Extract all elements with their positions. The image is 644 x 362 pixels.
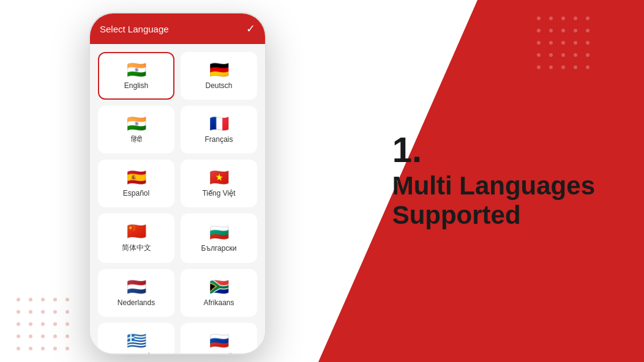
language-name-chinese: 简体中文 <box>122 243 151 253</box>
svg-point-36 <box>17 322 20 326</box>
flag-icon-tiengviet: 🇻🇳 <box>209 169 229 185</box>
svg-point-9 <box>574 29 577 32</box>
svg-point-12 <box>549 41 553 45</box>
svg-point-10 <box>586 29 590 32</box>
svg-point-21 <box>537 65 541 69</box>
language-item-dutch[interactable]: 🇳🇱Nederlands <box>98 269 174 317</box>
svg-point-22 <box>549 65 553 69</box>
svg-point-27 <box>29 298 32 301</box>
svg-point-35 <box>66 310 69 314</box>
svg-point-39 <box>53 322 57 326</box>
svg-point-3 <box>561 17 565 20</box>
svg-point-32 <box>29 310 32 314</box>
svg-point-25 <box>586 65 590 69</box>
svg-point-6 <box>537 29 541 32</box>
svg-point-13 <box>561 41 565 45</box>
flag-icon-dutch: 🇳🇱 <box>127 279 146 295</box>
svg-point-28 <box>41 298 45 301</box>
svg-point-31 <box>17 310 20 314</box>
svg-point-16 <box>537 53 541 57</box>
svg-point-47 <box>29 347 32 350</box>
language-name-dutch: Nederlands <box>118 298 155 307</box>
feature-title-line1: Multi Languages <box>392 171 595 200</box>
flag-icon-hindi: 🇮🇳 <box>127 116 146 131</box>
flag-icon-espanol: 🇪🇸 <box>127 169 146 185</box>
language-name-russian: Русский <box>205 352 233 355</box>
flag-icon-chinese: 🇨🇳 <box>127 223 146 239</box>
svg-point-7 <box>549 29 553 32</box>
language-item-afrikaans[interactable]: 🇿🇦Afrikaans <box>181 269 257 317</box>
flag-icon-russian: 🇷🇺 <box>209 333 229 349</box>
language-name-english: English <box>124 81 148 90</box>
svg-point-17 <box>549 53 553 57</box>
language-item-hindi[interactable]: 🇮🇳हिंदी <box>98 106 174 153</box>
feature-title-line2: Supported <box>392 201 521 229</box>
language-item-chinese[interactable]: 🇨🇳简体中文 <box>98 213 174 263</box>
header-title: Select Language <box>100 24 169 34</box>
svg-point-48 <box>41 347 45 350</box>
language-item-bulgarian[interactable]: 🇧🇬Български <box>181 213 257 263</box>
flag-icon-greek: 🇬🇷 <box>127 333 146 349</box>
language-name-francais: Français <box>204 135 233 144</box>
svg-point-1 <box>537 17 541 20</box>
language-item-deutsch[interactable]: 🇩🇪Deutsch <box>181 52 257 100</box>
phone-mockup: Select Language ✓ 🇮🇳English🇩🇪Deutsch🇮🇳हि… <box>89 12 266 355</box>
phone-screen: Select Language ✓ 🇮🇳English🇩🇪Deutsch🇮🇳हि… <box>89 12 266 355</box>
svg-point-26 <box>17 298 20 301</box>
language-item-russian[interactable]: 🇷🇺Русский <box>181 323 257 355</box>
flag-icon-bulgarian: 🇧🇬 <box>209 224 229 240</box>
svg-point-38 <box>41 322 45 326</box>
svg-point-20 <box>586 53 590 57</box>
flag-icon-deutsch: 🇩🇪 <box>209 62 229 78</box>
svg-point-2 <box>549 17 553 20</box>
language-name-afrikaans: Afrikaans <box>203 298 234 307</box>
svg-point-50 <box>66 347 69 350</box>
svg-point-44 <box>53 334 57 338</box>
language-name-deutsch: Deutsch <box>205 81 232 90</box>
language-name-hindi: हिंदी <box>131 135 142 144</box>
svg-point-5 <box>586 17 590 20</box>
svg-point-19 <box>574 53 577 57</box>
svg-point-49 <box>53 347 57 350</box>
feature-title: Multi Languages Supported <box>392 171 595 231</box>
svg-point-42 <box>29 334 32 338</box>
flag-icon-francais: 🇫🇷 <box>209 116 229 131</box>
language-grid: 🇮🇳English🇩🇪Deutsch🇮🇳हिंदी🇫🇷Français🇪🇸Esp… <box>90 44 265 355</box>
svg-point-34 <box>53 310 57 314</box>
svg-point-43 <box>41 334 45 338</box>
flag-icon-english: 🇮🇳 <box>127 62 146 78</box>
svg-point-41 <box>17 334 20 338</box>
language-item-tiengviet[interactable]: 🇻🇳Tiếng Việt <box>181 160 257 207</box>
language-name-espanol: Español <box>123 189 149 198</box>
feature-content: 1. Multi Languages Supported <box>392 132 595 231</box>
header-checkmark: ✓ <box>246 22 255 35</box>
svg-point-14 <box>574 41 577 45</box>
language-item-espanol[interactable]: 🇪🇸Español <box>98 160 174 207</box>
svg-point-45 <box>66 334 69 338</box>
svg-point-33 <box>41 310 45 314</box>
svg-point-11 <box>537 41 541 45</box>
svg-point-30 <box>66 298 69 301</box>
svg-point-37 <box>29 322 32 326</box>
language-name-tiengviet: Tiếng Việt <box>202 189 235 198</box>
svg-point-8 <box>561 29 565 32</box>
svg-point-18 <box>561 53 565 57</box>
svg-point-46 <box>17 347 20 350</box>
language-item-english[interactable]: 🇮🇳English <box>98 52 174 100</box>
language-item-francais[interactable]: 🇫🇷Français <box>181 106 257 153</box>
svg-point-40 <box>66 322 69 326</box>
language-name-greek: Ελληνικά <box>121 352 151 355</box>
feature-number: 1. <box>392 132 595 168</box>
language-name-bulgarian: Български <box>201 244 237 253</box>
flag-icon-afrikaans: 🇿🇦 <box>209 279 229 295</box>
svg-point-29 <box>53 298 57 301</box>
svg-point-23 <box>561 65 565 69</box>
svg-point-4 <box>574 17 577 20</box>
svg-point-15 <box>586 41 590 45</box>
language-item-greek[interactable]: 🇬🇷Ελληνικά <box>98 323 174 355</box>
language-header: Select Language ✓ <box>90 13 265 44</box>
svg-point-24 <box>574 65 577 69</box>
